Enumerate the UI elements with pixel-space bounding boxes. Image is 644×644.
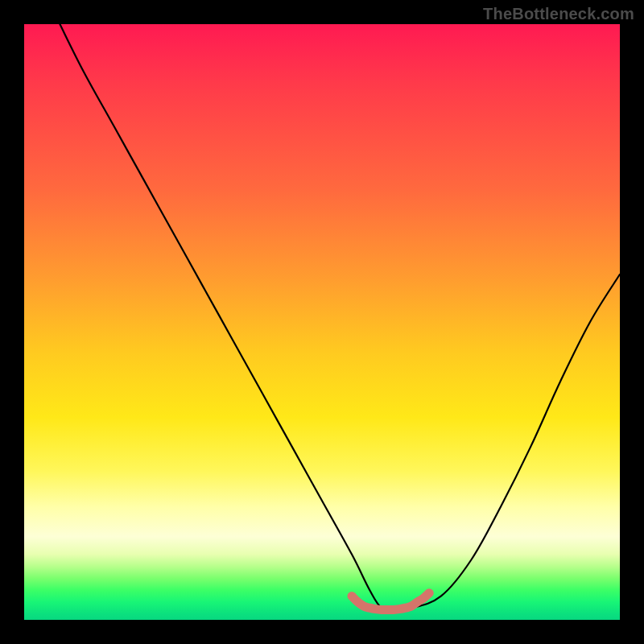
plot-area — [24, 24, 620, 620]
chart-frame: TheBottleneck.com — [0, 0, 644, 644]
watermark-text: TheBottleneck.com — [483, 5, 634, 23]
curve-layer — [24, 24, 620, 620]
bottleneck-curve — [60, 24, 620, 609]
